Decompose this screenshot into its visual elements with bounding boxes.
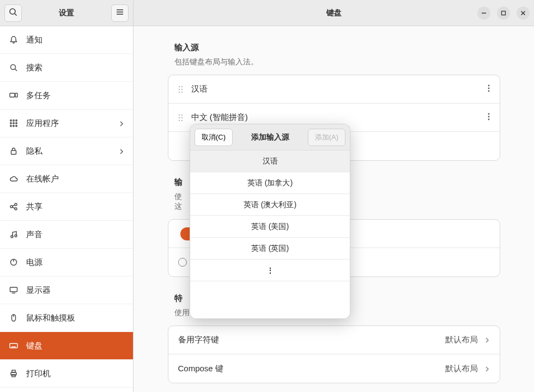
svg-rect-41 bbox=[12, 370, 15, 372]
svg-point-51 bbox=[488, 91, 489, 92]
svg-point-45 bbox=[178, 88, 179, 89]
close-button[interactable] bbox=[517, 7, 530, 20]
sidebar-item-power[interactable]: 电源 bbox=[0, 249, 133, 276]
music-icon bbox=[9, 230, 19, 239]
special-list: 备用字符键 默认布局 Compose 键 默认布局 bbox=[168, 325, 500, 383]
svg-point-13 bbox=[10, 120, 11, 121]
svg-rect-22 bbox=[11, 150, 16, 154]
search-button[interactable] bbox=[4, 4, 22, 22]
svg-point-49 bbox=[488, 85, 489, 87]
search-icon bbox=[9, 63, 19, 73]
dialog-empty-area bbox=[190, 281, 350, 318]
svg-point-29 bbox=[15, 235, 17, 237]
sidebar-item-printer[interactable]: 打印机 bbox=[0, 360, 133, 388]
svg-line-26 bbox=[13, 205, 15, 206]
keyboard-icon bbox=[9, 341, 19, 351]
special-key-value: 默认布局 bbox=[445, 364, 478, 374]
dialog-language-row[interactable]: 英语 (澳大利亚) bbox=[190, 194, 350, 216]
cloud-icon bbox=[9, 174, 19, 184]
input-source-row[interactable]: 汉语 bbox=[168, 75, 500, 104]
svg-point-48 bbox=[181, 91, 182, 92]
headerbar: 设置 键盘 bbox=[0, 0, 534, 26]
sidebar-item-mouse[interactable]: 鼠标和触摸板 bbox=[0, 304, 133, 332]
svg-point-55 bbox=[181, 117, 182, 118]
sidebar-item-lock[interactable]: 隐私 bbox=[0, 137, 133, 165]
special-key-row[interactable]: Compose 键 默认布局 bbox=[168, 354, 500, 383]
search-icon bbox=[9, 8, 17, 18]
svg-line-27 bbox=[13, 207, 15, 208]
minimize-button[interactable] bbox=[477, 7, 490, 20]
input-source-label: 中文 (智能拼音) bbox=[191, 112, 248, 123]
svg-rect-11 bbox=[10, 93, 15, 97]
dialog-language-row[interactable]: 英语 (加拿大) bbox=[190, 172, 350, 194]
drag-handle-icon[interactable] bbox=[178, 114, 184, 122]
sidebar-item-cloud[interactable]: 在线帐户 bbox=[0, 165, 133, 193]
svg-point-47 bbox=[178, 91, 179, 92]
sidebar-item-search[interactable]: 搜索 bbox=[0, 54, 133, 82]
drag-handle-icon[interactable] bbox=[178, 86, 184, 93]
svg-point-60 bbox=[488, 119, 489, 120]
maximize-button[interactable] bbox=[497, 7, 510, 20]
dialog-language-list[interactable]: 汉语英语 (加拿大)英语 (澳大利亚)英语 (美国)英语 (英国)⋮ bbox=[190, 150, 350, 281]
mouse-icon bbox=[9, 313, 19, 323]
sidebar-item-label: 应用程序 bbox=[26, 118, 59, 129]
sidebar-item-label: 鼠标和触摸板 bbox=[26, 313, 75, 323]
sidebar-item-share[interactable]: 共享 bbox=[0, 193, 133, 221]
svg-rect-36 bbox=[10, 343, 17, 348]
radio-off[interactable] bbox=[178, 258, 187, 267]
svg-point-44 bbox=[181, 86, 182, 87]
grid-icon bbox=[9, 118, 19, 128]
sidebar-item-display[interactable]: 显示器 bbox=[0, 276, 133, 304]
sidebar-item-label: 打印机 bbox=[26, 369, 51, 379]
sidebar-item-label: 电源 bbox=[26, 257, 43, 268]
svg-point-54 bbox=[178, 117, 179, 118]
dialog-language-row[interactable]: 汉语 bbox=[190, 150, 350, 172]
hamburger-menu-button[interactable] bbox=[111, 4, 129, 22]
sidebar-title: 设置 bbox=[59, 8, 74, 17]
svg-point-28 bbox=[11, 236, 13, 238]
window-controls bbox=[477, 7, 530, 20]
svg-point-17 bbox=[13, 123, 14, 124]
svg-point-0 bbox=[10, 9, 15, 14]
special-key-row[interactable]: 备用字符键 默认布局 bbox=[168, 326, 500, 354]
dialog-language-row[interactable]: 英语 (英国) bbox=[190, 238, 350, 260]
sidebar-item-label: 在线帐户 bbox=[26, 174, 59, 184]
add-input-source-dialog: 取消(C) 添加输入源 添加(A) 汉语英语 (加拿大)英语 (澳大利亚)英语 … bbox=[190, 124, 350, 319]
svg-line-10 bbox=[15, 69, 17, 71]
svg-point-16 bbox=[10, 123, 11, 124]
cancel-button[interactable]: 取消(C) bbox=[195, 129, 233, 146]
sidebar-item-label: 键盘 bbox=[26, 341, 43, 351]
svg-line-1 bbox=[15, 14, 17, 16]
share-icon bbox=[9, 202, 19, 212]
section-desc: 包括键盘布局与输入法。 bbox=[174, 57, 500, 67]
input-source-label: 汉语 bbox=[191, 84, 208, 94]
svg-point-56 bbox=[178, 119, 179, 120]
svg-rect-32 bbox=[10, 287, 17, 292]
sidebar-item-music[interactable]: 声音 bbox=[0, 221, 133, 249]
chevron-right-icon bbox=[484, 364, 490, 373]
svg-point-21 bbox=[16, 125, 17, 126]
sidebar-item-grid[interactable]: 应用程序 bbox=[0, 110, 133, 137]
svg-rect-12 bbox=[15, 93, 17, 97]
bell-icon bbox=[9, 35, 19, 45]
special-key-label: Compose 键 bbox=[178, 364, 223, 374]
multitask-icon bbox=[9, 91, 19, 100]
sidebar-item-bell[interactable]: 通知 bbox=[0, 26, 133, 54]
section-title: 输入源 bbox=[174, 43, 500, 53]
add-button[interactable]: 添加(A) bbox=[308, 129, 345, 146]
svg-point-25 bbox=[15, 208, 17, 210]
dialog-language-row[interactable]: 英语 (美国) bbox=[190, 216, 350, 238]
special-key-value: 默认布局 bbox=[445, 335, 478, 345]
lock-icon bbox=[9, 146, 19, 156]
sidebar-item-multitask[interactable]: 多任务 bbox=[0, 82, 133, 110]
svg-point-18 bbox=[16, 123, 17, 124]
more-menu-button[interactable] bbox=[488, 113, 490, 122]
sidebar-item-keyboard[interactable]: 键盘 bbox=[0, 332, 133, 360]
svg-point-9 bbox=[11, 65, 16, 70]
hamburger-icon bbox=[116, 8, 124, 17]
sidebar-item-label: 共享 bbox=[26, 202, 43, 212]
more-menu-button[interactable] bbox=[488, 85, 490, 94]
sidebar-item-label: 显示器 bbox=[26, 285, 51, 295]
svg-point-57 bbox=[181, 119, 182, 120]
dialog-more-button[interactable]: ⋮ bbox=[190, 260, 350, 281]
